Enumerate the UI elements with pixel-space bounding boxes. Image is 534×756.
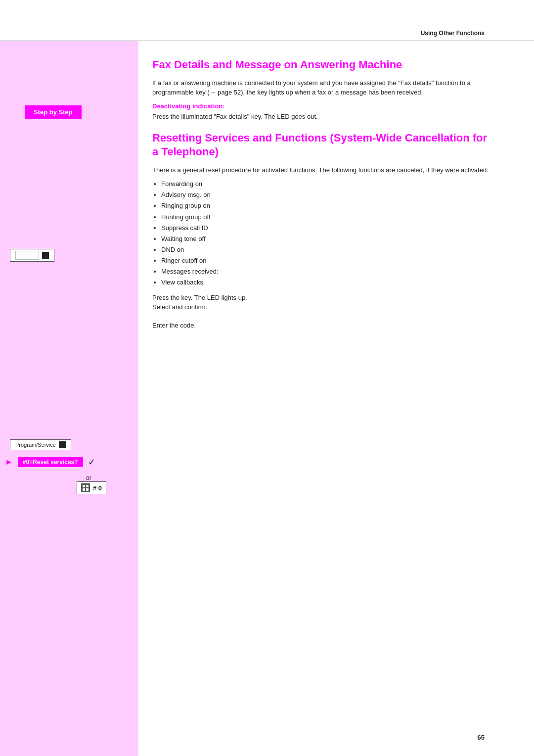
step3-instruction: Enter the code. [152,322,196,329]
header-title: Using Other Functions [421,30,485,37]
list-item: Ringer cutoff on [161,255,490,266]
reset-menu-box: #0=Reset services? [18,457,83,467]
hash-cell-2 [86,485,89,487]
list-item: Messages received: [161,266,490,277]
fax-key-empty [15,251,39,260]
checkmark-icon: ✓ [88,457,95,468]
page-header: Using Other Functions [0,0,534,41]
step-by-step-banner: Step by Step [25,105,82,119]
list-item: Hunting group off [161,212,490,223]
arrow-icon: ► [5,458,13,467]
step3-row: Enter the code. [152,322,490,329]
deactivating-instruction: Press the illuminated "Fax details" key.… [152,113,318,120]
content-area: Fax Details and Message on Answering Mac… [138,41,534,756]
list-item: Advisory msg. on [161,189,490,200]
program-service-key: Program/Service [10,439,71,450]
list-item: Waiting tone off [161,234,490,244]
list-item: Forwarding on [161,179,490,189]
program-service-key-wrap: Program/Service [10,439,71,450]
page-number: 65 [478,734,485,741]
fax-led [42,252,49,259]
list-item: DND on [161,244,490,255]
section2-title: Resetting Services and Functions (System… [152,131,490,159]
or-label-wrap: or [84,473,91,481]
sidebar: Step by Step Program/Service ► #0 [0,41,138,756]
step2-row: Select and confirm. [152,303,490,311]
list-item: Ringing group on [161,200,490,211]
main-layout: Step by Step Program/Service ► #0 [0,41,534,756]
hash-grid [83,485,89,491]
fax-key-box [10,249,54,262]
section1-body: If a fax or answering machine is connect… [152,78,490,97]
step1-row: Press the key. The LED lights up. [152,294,490,301]
deactivating-row: Press the illuminated "Fax details" key.… [152,113,490,120]
hash-icon [81,483,90,492]
code-value: # 0 [93,484,102,492]
fax-key-illustration [10,249,54,262]
code-box: # 0 [77,481,106,494]
section1-title: Fax Details and Message on Answering Mac… [152,58,490,72]
hash-cell-1 [83,485,85,487]
step-by-step-banner-wrap: Step by Step [10,100,82,119]
code-box-wrap: # 0 [77,481,106,494]
hash-cell-4 [86,488,89,491]
reset-menu-wrap: ► #0=Reset services? ✓ [5,457,95,468]
or-label: or [86,474,91,481]
deactivating-label: Deactivating indication: [152,102,490,110]
step2-instruction: Select and confirm. [152,303,207,311]
program-service-label: Program/Service [15,442,56,448]
list-item: Suppress call ID [161,223,490,234]
page: Using Other Functions Step by Step Progr… [0,0,534,756]
step1-instruction: Press the key. The LED lights up. [152,294,247,301]
program-led [59,441,66,448]
hash-cell-3 [83,488,85,491]
list-item: View callbacks [161,277,490,288]
section2-body: There is a general reset procedure for a… [152,165,490,175]
functions-list: Forwarding onAdvisory msg. onRinging gro… [161,179,490,288]
